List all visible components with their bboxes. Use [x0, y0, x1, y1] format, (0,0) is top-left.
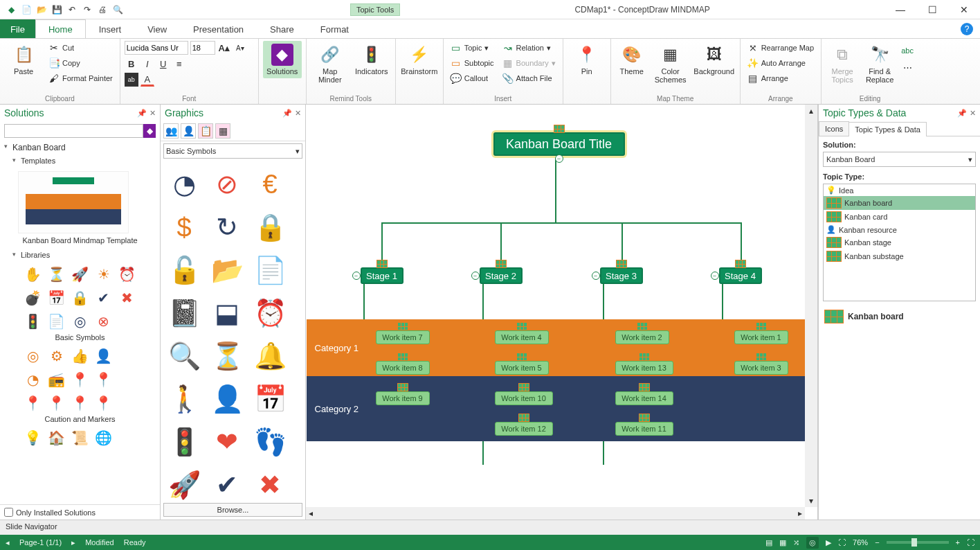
collapse-handle[interactable]: − — [555, 154, 563, 163]
symbol-item[interactable]: 🚀 — [165, 465, 203, 500]
auto-arrange-button[interactable]: ✨Auto Arrange — [745, 56, 817, 70]
cut-button[interactable]: ✂Cut — [46, 41, 116, 55]
pin-button[interactable]: 📍Pin — [568, 41, 606, 78]
symbol-item[interactable]: 📂 — [208, 251, 246, 290]
tab-topic-types-data[interactable]: Topic Types & Data — [849, 122, 927, 136]
align-button[interactable]: ≡ — [172, 57, 186, 71]
symbol-item[interactable]: 📅 — [251, 380, 289, 418]
work-item[interactable]: Work item 3 — [734, 361, 788, 375]
symbol-item[interactable]: ❤ — [208, 423, 246, 461]
symbol-item[interactable]: 📓 — [165, 294, 203, 332]
type-kanban-substage[interactable]: Kanban substage — [824, 249, 975, 263]
symbol-item[interactable]: 🔔 — [251, 337, 289, 375]
symbol-item[interactable]: $ — [165, 208, 203, 247]
work-item[interactable]: Work item 5 — [495, 361, 549, 375]
attach-file-button[interactable]: 📎Attach File — [500, 71, 559, 85]
work-item[interactable]: Work item 1 — [734, 330, 788, 344]
symbol-item[interactable]: 🔍 — [165, 337, 203, 375]
symbol-item[interactable]: 📄 — [251, 251, 289, 290]
insert-relation-button[interactable]: ↝Relation ▾ — [500, 41, 559, 55]
symbol-item[interactable]: 🔓 — [165, 251, 203, 290]
qa-open[interactable]: 📂 — [36, 4, 47, 15]
mindmap-canvas[interactable]: Kanban Board Title − Stage 1 − Stage 2 −… — [306, 105, 805, 507]
format-painter-button[interactable]: 🖌Format Painter — [46, 71, 116, 85]
edit-more-button[interactable]: ⋯ — [900, 60, 914, 74]
pin-icon[interactable]: 📌 — [137, 109, 147, 118]
close-icon[interactable]: ✕ — [970, 109, 976, 118]
rearrange-button[interactable]: ⤧Rearrange Map — [745, 41, 817, 55]
v-scrollbar[interactable]: ▴▾ — [805, 105, 817, 507]
solutions-search-input[interactable] — [4, 124, 143, 138]
font-size-select[interactable] — [190, 41, 215, 55]
work-item[interactable]: Work item 11 — [615, 422, 673, 436]
symbol-item[interactable]: ↻ — [208, 208, 246, 247]
gtb-2[interactable]: 👤 — [181, 123, 196, 139]
type-kanban-stage[interactable]: Kanban stage — [824, 236, 975, 249]
node-title[interactable]: Kanban Board Title — [493, 132, 625, 156]
view-btn-2[interactable]: ▦ — [779, 538, 786, 547]
play-button[interactable]: ▶ — [826, 538, 831, 547]
nav-next[interactable]: ▸ — [71, 538, 75, 547]
gtb-1[interactable]: 👥 — [163, 123, 179, 139]
symbol-item[interactable]: 👤 — [208, 380, 246, 418]
merge-topics-button[interactable]: ⧉Merge Topics — [826, 41, 859, 87]
copy-button[interactable]: 📑Copy — [46, 56, 116, 70]
collapse-handle[interactable]: − — [592, 272, 600, 280]
map-minder-button[interactable]: 🔗Map Minder — [311, 41, 350, 87]
qa-save[interactable]: 💾 — [51, 4, 62, 15]
symbol-item[interactable]: 👣 — [251, 423, 289, 461]
collapse-handle[interactable]: − — [352, 272, 361, 280]
work-item[interactable]: Work item 13 — [615, 361, 673, 375]
gtb-3[interactable]: 📋 — [198, 123, 213, 139]
lib-basic-preview[interactable]: ✋⏳🚀☀⏰ 💣📅🔒✔✖ 🚦📄◎⊗ — [0, 264, 160, 332]
tab-home[interactable]: Home — [35, 19, 86, 38]
color-schemes-button[interactable]: ▦Color Schemes — [651, 41, 690, 87]
type-kanban-resource[interactable]: 👤Kanban resource — [824, 224, 975, 236]
work-item[interactable]: Work item 2 — [615, 330, 669, 344]
symbol-item[interactable]: ✖ — [251, 465, 289, 500]
italic-button[interactable]: I — [140, 57, 154, 71]
font-name-select[interactable] — [125, 41, 188, 55]
graphics-library-select[interactable]: Basic Symbols▾ — [163, 143, 302, 159]
arrange-button[interactable]: ▤Arrange — [745, 71, 817, 85]
symbol-item[interactable]: ◔ — [165, 165, 203, 204]
work-item[interactable]: Work item 12 — [495, 422, 553, 436]
zoom-fit[interactable]: ⛶ — [967, 538, 974, 547]
work-item[interactable]: Work item 7 — [376, 330, 430, 344]
template-thumb[interactable]: Kanban Board Mindmap Template — [18, 171, 143, 245]
insert-callout-button[interactable]: 💬Callout — [448, 71, 497, 85]
symbol-item[interactable]: 🚦 — [165, 423, 203, 461]
gtb-4[interactable]: ▦ — [215, 123, 230, 139]
tab-file[interactable]: File — [0, 19, 35, 38]
work-item[interactable]: Work item 10 — [495, 391, 553, 405]
grow-font-button[interactable]: A▴ — [217, 41, 231, 55]
insert-topic-button[interactable]: ▭Topic ▾ — [448, 41, 497, 55]
tree-kanban-board[interactable]: Kanban Board — [0, 141, 160, 154]
qa-new[interactable]: 📄 — [21, 4, 32, 15]
tab-icons[interactable]: Icons — [819, 121, 849, 136]
shrink-font-button[interactable]: A▾ — [233, 41, 247, 55]
solution-select[interactable]: Kanban Board▾ — [823, 152, 976, 167]
type-kanban-board[interactable]: Kanban board — [824, 196, 975, 210]
zoom-slider[interactable] — [887, 541, 949, 544]
symbol-item[interactable]: ⏰ — [251, 294, 289, 332]
insert-subtopic-button[interactable]: ▭Subtopic — [448, 56, 497, 70]
view-btn-3[interactable]: ⤮ — [793, 538, 799, 547]
tree-libraries[interactable]: Libraries — [0, 249, 160, 261]
close-button[interactable]: ✕ — [948, 0, 980, 19]
only-installed-checkbox[interactable]: Only Installed Solutions — [0, 504, 160, 520]
work-item[interactable]: Work item 14 — [615, 391, 673, 405]
zoom-in[interactable]: + — [956, 538, 960, 547]
tab-view[interactable]: View — [134, 19, 180, 38]
paste-button[interactable]: 📋Paste — [4, 41, 43, 78]
work-item[interactable]: Work item 9 — [376, 391, 430, 405]
indicators-button[interactable]: 🚦Indicators — [352, 41, 391, 78]
qa-preview[interactable]: 🔍 — [112, 4, 123, 15]
spellcheck-button[interactable]: abc — [900, 44, 914, 57]
fit-button[interactable]: ⛶ — [838, 538, 846, 547]
view-btn-4[interactable]: ◎ — [806, 537, 819, 549]
symbol-item[interactable]: 🚶 — [165, 380, 203, 418]
type-idea[interactable]: 💡Idea — [824, 184, 975, 196]
zoom-out[interactable]: − — [875, 538, 879, 547]
nav-prev[interactable]: ◂ — [6, 538, 10, 547]
